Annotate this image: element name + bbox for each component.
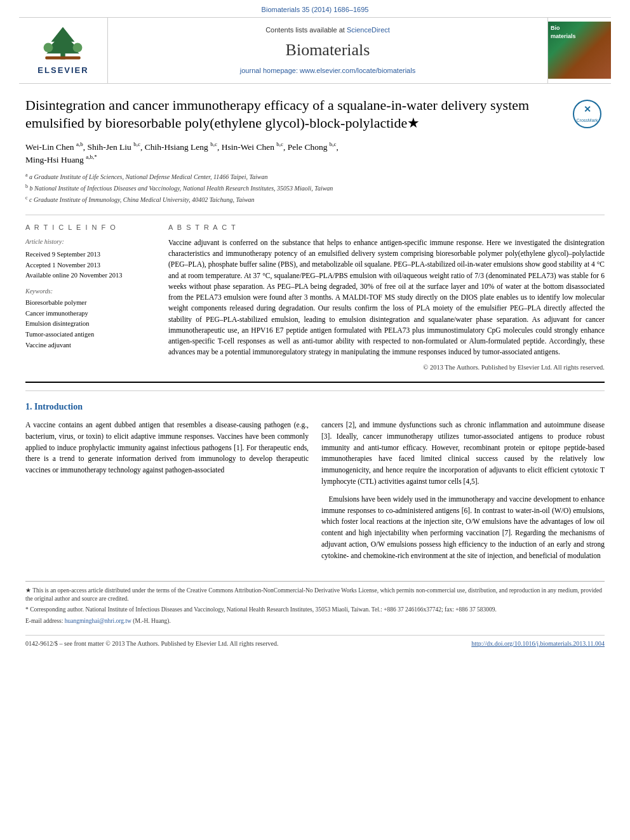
affiliation-b: b b National Institute of Infectious Dis… [25,183,605,193]
keyword-4: Tumor-associated antigen [25,330,152,340]
bottom-border [25,382,605,383]
available-date: Available online 20 November 2013 [25,271,152,281]
keyword-2: Cancer immunotherapy [25,309,152,319]
contents-line: Contents lists available at ScienceDirec… [121,25,535,35]
info-abstract-section: A R T I C L E I N F O Article history: R… [25,223,605,373]
svg-point-5 [73,43,83,53]
elsevier-logo-section: ELSEVIER [19,18,108,83]
elsevier-label: ELSEVIER [37,65,88,76]
authors-section: Wei-Lin Chen a,b, Shih-Jen Liu b,c, Chih… [25,140,605,166]
article-info-label: A R T I C L E I N F O [25,223,152,232]
elsevier-tree-icon [37,24,88,62]
copyright-line: © 2013 The Authors. Published by Elsevie… [168,363,605,373]
accepted-date: Accepted 1 November 2013 [25,261,152,270]
science-direct-link[interactable]: ScienceDirect [347,26,390,34]
affiliation-a: a a Graduate Institute of Life Sciences,… [25,171,605,182]
crossmark-badge: ✕ CrossMark [573,100,605,131]
keyword-1: Bioresorbable polymer [25,298,152,308]
journal-cover: Biomaterials [547,18,611,83]
keyword-5: Vaccine adjuvant [25,341,152,350]
page-wrapper: Biomaterials 35 (2014) 1686–1695 [0,0,630,665]
crossmark-icon: ✕ CrossMark [573,100,601,128]
article-content: Disintegration and cancer immunotherapy … [0,84,630,665]
footnote-corresponding: * Corresponding author. National Institu… [25,606,605,614]
svg-point-4 [44,43,53,53]
footer-issn: 0142-9612/$ – see front matter © 2013 Th… [25,639,278,648]
keyword-3: Emulsion disintegration [25,319,152,329]
email-link[interactable]: huangminghai@nhri.org.tw [65,618,131,624]
page-footer: 0142-9612/$ – see front matter © 2013 Th… [25,635,605,652]
intro-para-right-1: cancers [2], and immune dysfunctions suc… [321,420,605,488]
divider-1 [25,215,605,215]
journal-homepage: journal homepage: www.elsevier.com/locat… [121,66,535,76]
divider-2 [25,390,605,391]
elsevier-logo: ELSEVIER [37,24,88,76]
history-label: Article history: [25,237,152,246]
intro-para-left: A vaccine contains an agent dubbed antig… [25,420,309,476]
affiliation-c: c c Graduate Institute of Immunology, Ch… [25,194,605,204]
cover-image: Biomaterials [548,22,611,79]
footnote-email: E-mail address: huangminghai@nhri.org.tw… [25,617,605,625]
journal-title-header: Biomaterials [121,39,535,62]
svg-rect-6 [46,57,81,60]
top-journal-ref: Biomaterials 35 (2014) 1686–1695 [0,0,630,17]
article-title-section: Disintegration and cancer immunotherapy … [25,97,605,133]
abstract-col: A B S T R A C T Vaccine adjuvant is conf… [168,223,605,373]
cover-text: Biomaterials [551,24,576,40]
body-col-left: A vaccine contains an agent dubbed antig… [25,420,309,568]
affiliations: a a Graduate Institute of Life Sciences,… [25,171,605,205]
abstract-text: Vaccine adjuvant is conferred on the sub… [168,237,605,358]
intro-para-right-2: Emulsions have been widely used in the i… [321,494,605,562]
abstract-label: A B S T R A C T [168,223,605,232]
article-info-col: A R T I C L E I N F O Article history: R… [25,223,152,373]
journal-citation: Biomaterials 35 (2014) 1686–1695 [262,6,369,13]
keywords-title: Keywords: [25,287,152,296]
footer-doi-link[interactable]: http://dx.doi.org/10.1016/j.biomaterials… [471,639,605,648]
body-two-col: A vaccine contains an agent dubbed antig… [25,420,605,568]
header-center: Contents lists available at ScienceDirec… [108,18,547,83]
received-date: Received 9 September 2013 [25,250,152,260]
journal-header: ELSEVIER Contents lists available at Sci… [19,17,611,83]
article-title: Disintegration and cancer immunotherapy … [25,97,563,133]
crossmark-label: CrossMark [577,117,598,124]
intro-section: 1. Introduction A vaccine contains an ag… [25,401,605,568]
body-col-right: cancers [2], and immune dysfunctions suc… [321,420,605,568]
footnotes-area: ★ This is an open-access article distrib… [25,581,605,625]
intro-heading: 1. Introduction [25,401,605,413]
footnote-star: ★ This is an open-access article distrib… [25,587,605,604]
